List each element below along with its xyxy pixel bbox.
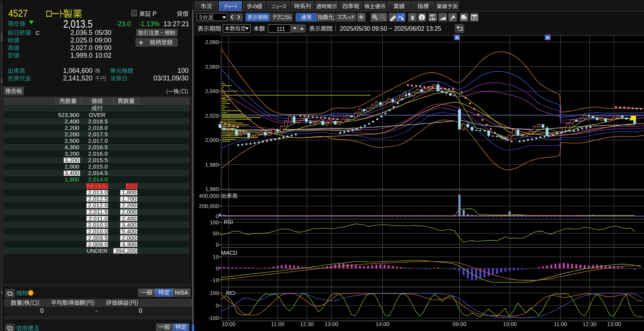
svg-text:OVER: OVER (89, 112, 105, 118)
svg-text:2,036.5: 2,036.5 (71, 29, 93, 36)
svg-text:100: 100 (210, 290, 219, 296)
svg-text:-100: -100 (208, 315, 219, 321)
svg-text:0: 0 (40, 307, 44, 314)
svg-text:0: 0 (216, 213, 219, 219)
svg-text:2,400: 2,400 (122, 215, 137, 222)
svg-text:100: 100 (177, 67, 188, 74)
svg-text:3,200: 3,200 (64, 150, 79, 157)
svg-text:3,400: 3,400 (122, 222, 137, 228)
svg-text:12:30: 12:30 (300, 321, 314, 327)
svg-text:MY: MY (430, 13, 435, 17)
svg-text:0: 0 (216, 303, 219, 309)
svg-text:2,013.5: 2,013.5 (88, 183, 108, 189)
svg-text:2,025.0: 2,025.0 (71, 36, 93, 44)
svg-text:3,400: 3,400 (64, 170, 79, 176)
svg-text:13:00: 13:00 (607, 321, 621, 327)
svg-text:RSI: RSI (224, 219, 233, 225)
svg-text:1,980: 1,980 (205, 162, 219, 168)
svg-text:2,000: 2,000 (205, 137, 219, 143)
svg-text:1,960: 1,960 (205, 186, 219, 192)
svg-text:2,016.0: 2,016.0 (88, 150, 108, 157)
svg-text:-23.0: -23.0 (116, 20, 131, 28)
svg-text:2,060: 2,060 (205, 64, 219, 70)
svg-text:!: ! (30, 291, 31, 296)
svg-text:2,141,520: 2,141,520 (63, 74, 93, 82)
svg-text:4,300: 4,300 (64, 144, 79, 150)
svg-text:2025/05/30 09:50 ~ 2025/06/02: 2025/05/30 09:50 ~ 2025/06/02 13:25 (340, 25, 441, 32)
svg-text:C: C (36, 30, 40, 36)
svg-text:2,017.5: 2,017.5 (88, 131, 108, 137)
svg-text:03/31,09/30: 03/31,09/30 (154, 74, 189, 82)
svg-text:394,200: 394,200 (115, 247, 137, 254)
svg-text:2,009.0: 2,009.0 (88, 241, 108, 247)
svg-text:2,000: 2,000 (122, 235, 137, 241)
svg-text:2,012.0: 2,012.0 (88, 202, 108, 208)
svg-text:3,300: 3,300 (122, 241, 137, 247)
svg-text:2,010.5: 2,010.5 (88, 222, 108, 228)
svg-text:N: N (546, 35, 549, 40)
svg-text:10:00: 10:00 (222, 321, 236, 327)
svg-text:2,018.0: 2,018.0 (88, 125, 108, 131)
svg-text:5,400: 5,400 (122, 228, 137, 235)
svg-text:1,800: 1,800 (122, 189, 137, 195)
svg-text:2,080: 2,080 (205, 39, 219, 45)
svg-text:P: P (152, 11, 157, 17)
svg-text:2,010.0: 2,010.0 (88, 228, 108, 235)
svg-text:2,000: 2,000 (64, 163, 79, 170)
svg-text:50: 50 (213, 230, 219, 236)
svg-text:10:02: 10:02 (95, 52, 112, 59)
svg-text:2,011.0: 2,011.0 (88, 215, 108, 222)
svg-text:09:00: 09:00 (452, 321, 466, 327)
svg-text:0: 0 (216, 265, 219, 271)
svg-text:2,200: 2,200 (122, 202, 137, 208)
svg-text:0: 0 (216, 242, 219, 248)
svg-text:2,011.5: 2,011.5 (88, 208, 108, 215)
svg-text:2,400: 2,400 (64, 118, 79, 125)
svg-text:i: i (421, 15, 423, 21)
svg-text:2,027.0: 2,027.0 (71, 44, 93, 52)
svg-text:2,016.5: 2,016.5 (88, 144, 108, 150)
svg-text:200,000: 200,000 (199, 203, 219, 209)
svg-text:2,020: 2,020 (205, 113, 219, 119)
svg-text:05/30: 05/30 (95, 29, 112, 36)
svg-text:09:00: 09:00 (95, 44, 112, 52)
svg-text:MACD: MACD (221, 250, 237, 256)
svg-text:2,014.0: 2,014.0 (88, 176, 108, 183)
svg-text:523,900: 523,900 (58, 112, 79, 118)
svg-text:-1.13%: -1.13% (139, 20, 160, 28)
svg-text:¥: ¥ (411, 14, 415, 21)
svg-text:11:00: 11:00 (554, 321, 567, 327)
svg-text:2,500: 2,500 (64, 137, 79, 144)
svg-text:2,017.0: 2,017.0 (88, 137, 108, 144)
svg-text:RCI: RCI (226, 290, 236, 296)
svg-text:2,013.0: 2,013.0 (88, 189, 108, 195)
svg-text:1,700: 1,700 (122, 195, 137, 202)
svg-text:2,018.5: 2,018.5 (88, 118, 108, 125)
svg-text:-: - (96, 307, 97, 314)
svg-text:10:00: 10:00 (503, 321, 517, 327)
svg-text:1,999.0: 1,999.0 (71, 52, 93, 59)
svg-text:2,013.5: 2,013.5 (63, 17, 93, 30)
svg-text:14:00: 14:00 (375, 321, 389, 327)
svg-text:10: 10 (213, 254, 219, 260)
svg-text:1,064,600: 1,064,600 (63, 67, 93, 74)
svg-text:2,015.0: 2,015.0 (88, 163, 108, 170)
svg-text:1,900: 1,900 (64, 176, 79, 183)
svg-text:12:30: 12:30 (583, 321, 596, 327)
svg-text:400: 400 (127, 183, 137, 189)
svg-text:2,200: 2,200 (64, 125, 79, 131)
svg-text:2,000: 2,000 (122, 208, 137, 215)
svg-text:3,200: 3,200 (64, 157, 79, 163)
svg-text:400,000: 400,000 (199, 193, 219, 199)
svg-text:111: 111 (276, 25, 285, 32)
svg-text:4527: 4527 (8, 8, 28, 19)
svg-text:09:00: 09:00 (95, 36, 112, 44)
svg-text:100: 100 (210, 219, 219, 225)
svg-text:13:27:21: 13:27:21 (163, 20, 189, 28)
svg-text:2,015.5: 2,015.5 (88, 157, 108, 163)
svg-text:2,009.5: 2,009.5 (88, 235, 108, 241)
svg-text:UNDER: UNDER (86, 247, 107, 254)
svg-text:0: 0 (139, 307, 142, 314)
svg-text:N: N (456, 35, 459, 40)
svg-text:2,040: 2,040 (205, 88, 219, 94)
